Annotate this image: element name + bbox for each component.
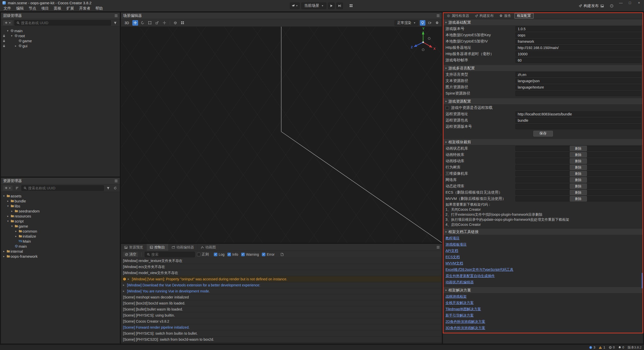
export-log-button[interactable] (279, 252, 285, 257)
expand-arrow[interactable]: ▾ (10, 34, 14, 37)
assets-item-main[interactable]: TSMain (1, 239, 120, 244)
frame-rate-input[interactable] (515, 58, 641, 63)
filter-info-checkbox[interactable] (227, 253, 231, 256)
languages-input[interactable] (515, 72, 641, 77)
regex-checkbox[interactable]: 正则 (197, 252, 209, 257)
log-row[interactable]: [Window] render_texture文件夹不存在 (121, 258, 442, 264)
filter-warning[interactable]: Warning (241, 252, 259, 256)
remote-load-checkbox[interactable] (446, 106, 449, 110)
template-project-link[interactable]: 游戏模板项目 (446, 242, 467, 247)
expand-arrow[interactable]: ▸ (14, 230, 18, 233)
tutorial-project-link[interactable]: 教程项目 (446, 236, 460, 241)
scene-settings-button[interactable] (434, 20, 440, 26)
remote-version-input[interactable] (515, 124, 641, 129)
log-row[interactable]: [Window] model_view文件夹不存在 (121, 270, 442, 276)
log-row[interactable]: [Scene] meshopt wasm decoder initialized (121, 294, 442, 300)
game-version-input[interactable] (515, 26, 641, 31)
crypto-iv-input[interactable] (515, 39, 641, 44)
expand-arrow[interactable]: ▾ (6, 204, 10, 208)
preview-target-button[interactable] (290, 3, 300, 9)
console-search[interactable] (145, 252, 195, 257)
menu-item-4[interactable]: 面板 (51, 6, 64, 11)
menu-item-1[interactable]: 编辑 (14, 6, 26, 11)
hierarchy-item-main[interactable]: ▾main (1, 28, 120, 33)
regex-checkbox-box[interactable] (197, 253, 200, 256)
expand-arrow[interactable]: ▾ (6, 220, 10, 223)
tab-framework-config[interactable]: 框架配置 (514, 13, 534, 19)
scene-select[interactable]: 当前场景 (301, 3, 326, 9)
hierarchy-item-game[interactable]: game (1, 38, 120, 43)
lighting-toggle-button[interactable] (420, 20, 425, 26)
menu-item-6[interactable]: 开发者 (76, 6, 93, 11)
expand-arrow[interactable]: ▸ (2, 250, 6, 253)
menu-item-7[interactable]: 帮助 (93, 6, 105, 11)
spine-res-path-input[interactable] (515, 91, 641, 96)
assets-item-script[interactable]: ▾script (1, 218, 120, 224)
coord-mode-button[interactable] (180, 20, 185, 26)
hierarchy-item-gui[interactable]: ▸gui (1, 43, 120, 48)
section-header[interactable]: ▾游戏资源配置 (443, 98, 643, 105)
view-gizmo[interactable]: Y X Z (411, 27, 436, 51)
menu-item-3[interactable]: 项目 (39, 6, 51, 11)
assets-item-resources[interactable]: ▸resources (1, 213, 120, 218)
screenshot-button[interactable] (599, 3, 605, 9)
lock-icon[interactable] (2, 34, 6, 37)
rpg3d-solution-link[interactable]: 3D角色扮演游戏解决方案 (446, 326, 485, 330)
console-search-input[interactable] (151, 252, 193, 256)
image-res-path-input[interactable] (515, 84, 641, 90)
delete-network-button[interactable]: 删除 (570, 177, 587, 183)
delete-mvvm-button[interactable]: 删除 (570, 196, 587, 201)
fullstack-solution-link[interactable]: 全栈开发解决方案 (446, 301, 474, 305)
log-row[interactable]: [Scene] [box2d]:box2d wasm lib loaded. (121, 300, 442, 306)
remote-bundle-name-input[interactable] (515, 118, 641, 123)
maximize-button[interactable]: □ (625, 0, 634, 6)
filter-log-checkbox[interactable] (214, 253, 217, 256)
expand-arrow[interactable]: ▾ (2, 194, 6, 198)
excel-tool-link[interactable]: Excel格式转Json文件与TypeScript代码工具 (446, 268, 513, 272)
lock-icon[interactable] (2, 39, 6, 42)
close-button[interactable]: × (634, 0, 643, 6)
log-row[interactable]: ▸[Window] [Vue warn]: Property "onInput"… (121, 276, 442, 282)
tab-animation-graph[interactable]: 动画图 (197, 244, 219, 251)
expand-arrow[interactable]: ▸ (123, 289, 127, 293)
log-row[interactable]: [Scene] Cocos Creator v3.8.2 (121, 318, 442, 324)
log-count-indicator[interactable]: 3 (589, 345, 595, 349)
guide-solution-link[interactable]: 新手引导解决方案 (446, 313, 474, 318)
section-header[interactable]: ▾框架解决方案 (443, 287, 643, 293)
delete-animator-button[interactable]: 删除 (570, 146, 587, 151)
clear-console-button[interactable]: 清空 (123, 252, 138, 257)
scale-tool-button[interactable] (154, 20, 160, 26)
filter-warning-checkbox[interactable] (241, 253, 245, 256)
crypto-key-input[interactable] (515, 32, 641, 38)
camera-settings-button[interactable] (427, 20, 433, 26)
expand-arrow[interactable]: ▸ (2, 255, 6, 258)
menu-item-0[interactable]: 文件 (1, 6, 14, 11)
render-mode-select[interactable]: 正常渲染 (394, 20, 418, 26)
delete-ecs-button[interactable]: 删除 (570, 190, 587, 195)
tiledmap-solution-link[interactable]: Tiledmap地图解决方案 (446, 307, 481, 312)
log-row[interactable]: [Scene] [bullet]:bullet wasm lib loaded. (121, 306, 442, 312)
section-header[interactable]: ▾框架模块裁剪 (443, 139, 643, 145)
section-header[interactable]: ▾游戏基础配置 (443, 19, 643, 26)
api-doc-link[interactable]: API文档 (446, 249, 458, 253)
log-row[interactable]: ▸[Window] Download the Vue Devtools exte… (121, 282, 442, 288)
delete-camera-3d-button[interactable]: 删除 (570, 171, 587, 176)
help-button[interactable]: ? (608, 3, 615, 9)
log-row[interactable]: [Scene] Forward render pipeline initiali… (121, 324, 442, 330)
play-button[interactable] (328, 3, 335, 9)
assets-item-common[interactable]: ▸common (1, 229, 120, 234)
hierarchy-filter-button[interactable] (112, 20, 118, 26)
scene-viewport[interactable]: Y X Z (121, 27, 442, 243)
expand-arrow[interactable]: ▸ (6, 214, 10, 218)
create-asset-button[interactable] (3, 185, 13, 191)
layout-button[interactable] (348, 3, 354, 9)
assets-refresh-button[interactable] (112, 185, 118, 191)
rpg2d-solution-link[interactable]: 2D角色扮演游戏解决方案 (446, 320, 485, 324)
create-node-button[interactable] (3, 20, 13, 26)
assets-search-input[interactable] (28, 186, 102, 190)
hierarchy-search-input[interactable] (21, 21, 109, 25)
log-row[interactable]: ▸[Window] You are running Vue in develop… (121, 288, 442, 294)
assets-search[interactable] (21, 185, 104, 191)
delete-effect-button[interactable]: 删除 (570, 152, 587, 157)
error-count-indicator[interactable]: 0 (609, 345, 615, 349)
